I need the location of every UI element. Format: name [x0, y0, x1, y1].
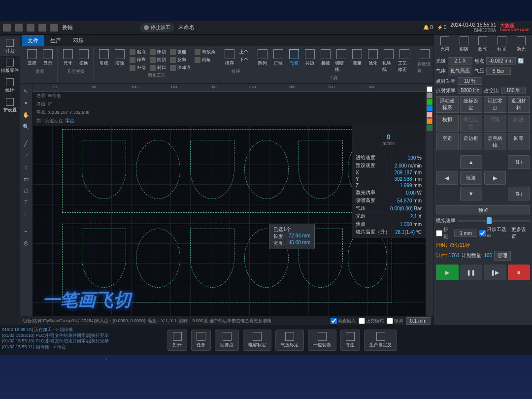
display-button[interactable]: 显示: [40, 48, 55, 67]
node-tool[interactable]: ✦: [21, 98, 32, 108]
target-tool[interactable]: ◎: [21, 237, 32, 248]
optimize-button[interactable]: 优化: [366, 48, 380, 74]
remember-zero-button[interactable]: 记忆零点: [484, 96, 506, 113]
home-button[interactable]: 回零: [508, 133, 531, 150]
select-button[interactable]: 选择: [25, 48, 39, 67]
pressure-input[interactable]: 5 Bar: [486, 67, 511, 75]
line-tool[interactable]: ╱: [21, 138, 32, 149]
menu-icon[interactable]: [3, 24, 11, 32]
dock-button[interactable]: 停靠: [128, 56, 147, 64]
prev-button[interactable]: 上个: [238, 48, 250, 56]
circle-tool[interactable]: ○: [21, 162, 32, 172]
release-button[interactable]: 释放角: [193, 48, 217, 56]
seal-button[interactable]: 封口: [148, 64, 167, 71]
preview-button[interactable]: 预览: [436, 205, 530, 215]
layer-white[interactable]: [427, 86, 432, 92]
transform-button[interactable]: 变换: [76, 48, 91, 67]
coolpoint-button[interactable]: 冷却点: [168, 64, 192, 71]
redo-icon[interactable]: [38, 24, 46, 32]
rail-protect[interactable]: 护设置: [0, 96, 20, 115]
canvas[interactable]: 已选1个 长度:72.84 mm 宽度:45.00 mm 0 m/min 进给速…: [33, 125, 426, 316]
size-button[interactable]: 尺寸: [61, 48, 75, 67]
text-tool[interactable]: T: [21, 197, 32, 208]
dynamic-input-toggle[interactable]: 动态输入: [331, 318, 356, 324]
warn-icon[interactable]: [50, 24, 58, 32]
frame-button[interactable]: 走边框: [460, 133, 483, 150]
bridge-button[interactable]: 桥接: [318, 48, 333, 74]
return-material-button[interactable]: 返回材料: [508, 96, 531, 113]
redlight-button[interactable]: 红光: [493, 36, 511, 53]
blow-button[interactable]: 吹气: [474, 36, 492, 53]
more-settings[interactable]: 更多设置: [511, 226, 530, 240]
clear-button[interactable]: 清除: [112, 48, 127, 71]
incut-button[interactable]: 阴切: [148, 56, 167, 64]
array-button[interactable]: 阵列: [255, 48, 270, 74]
layer-green[interactable]: [427, 99, 432, 105]
focus-input[interactable]: -0.002 mm: [486, 57, 516, 65]
step-value[interactable]: 0.1 mm: [406, 317, 431, 325]
shutter-button[interactable]: 光闸: [436, 36, 454, 53]
step-toggle[interactable]: 步进: [436, 226, 452, 240]
startpoint-button[interactable]: 起点: [128, 48, 147, 56]
tab-file[interactable]: 文件: [22, 35, 44, 46]
rect-tool[interactable]: ▭: [21, 173, 32, 184]
sort-button[interactable]: 排序: [222, 48, 237, 67]
breakpoint-button[interactable]: 断点定位: [460, 115, 483, 132]
pause-button[interactable]: ❚❚: [460, 265, 483, 280]
save-icon[interactable]: [15, 24, 23, 32]
jog-up[interactable]: ▲: [460, 155, 482, 169]
footer-一键切断[interactable]: 一键切断: [308, 330, 336, 351]
envelope-walk-button[interactable]: 走包络线: [484, 133, 506, 150]
forward-button[interactable]: 前进: [508, 115, 531, 132]
tab-dengle[interactable]: 邓乐: [67, 35, 90, 46]
flycut-button[interactable]: 飞切: [287, 48, 301, 74]
jog-down[interactable]: ▼: [460, 187, 482, 200]
layer-gray[interactable]: [427, 93, 432, 99]
duty-input[interactable]: 100 %: [501, 87, 526, 94]
tab-production[interactable]: 生产: [44, 35, 67, 46]
manage-button[interactable]: 管理: [494, 251, 511, 261]
pointer-tool[interactable]: ↖: [21, 86, 32, 97]
layer-dkgreen[interactable]: [427, 125, 432, 131]
cross-tool[interactable]: +: [21, 226, 32, 236]
layer-orange[interactable]: [427, 118, 432, 124]
layer-pink[interactable]: [427, 112, 432, 118]
cutline-button[interactable]: 切断线: [334, 48, 349, 74]
dryrun-button[interactable]: 空走: [436, 133, 459, 150]
footer-任务[interactable]: 任务: [191, 330, 211, 351]
jog-right[interactable]: ▶: [484, 171, 506, 185]
next-button[interactable]: 下个: [238, 56, 250, 64]
follow-button[interactable]: 跟随: [455, 36, 473, 53]
simulate-button[interactable]: 模拟: [436, 115, 459, 132]
rail-stats[interactable]: 统计: [0, 76, 20, 96]
sim-rate-slider[interactable]: [458, 220, 530, 222]
float-coord-button[interactable]: 浮动坐标系: [436, 96, 459, 113]
only-selected-toggle[interactable]: 只加工选中: [479, 226, 509, 240]
measure-button[interactable]: 测量: [350, 48, 365, 74]
gas-select[interactable]: 氮气高压: [448, 66, 472, 75]
point-power-input[interactable]: 10 %: [458, 77, 482, 85]
reverse-button[interactable]: 反向: [168, 56, 192, 64]
spot-input[interactable]: 2.1 X: [448, 57, 472, 65]
envelope-button[interactable]: 包络线: [381, 48, 396, 74]
coedge-button[interactable]: 共边: [302, 48, 317, 74]
swap-label[interactable]: 换幅: [62, 24, 73, 31]
point-freq-input[interactable]: 5000 Hz: [458, 87, 482, 94]
footer-回原点[interactable]: 回原点: [215, 330, 239, 351]
zoom-tool[interactable]: 🔍: [21, 121, 32, 132]
pan-tool[interactable]: ✋: [21, 109, 32, 120]
laser-button[interactable]: 激光: [512, 36, 530, 53]
stop-processing-button[interactable]: 停止加工: [140, 23, 174, 32]
coord-set-button[interactable]: 坐标设定: [460, 96, 483, 113]
outcut-button[interactable]: 阳切: [148, 48, 167, 56]
play-button[interactable]: ▶: [436, 265, 459, 280]
compensate-button[interactable]: 补偿: [128, 64, 147, 71]
stop-button[interactable]: ■: [508, 265, 531, 280]
z-down[interactable]: ⇅↓: [508, 187, 530, 200]
speed-select[interactable]: 低速: [460, 171, 482, 185]
craftfix-button[interactable]: 工艺修正: [397, 48, 412, 74]
jog-left[interactable]: ◀: [436, 171, 458, 185]
rail-nest[interactable]: 排版零件: [0, 56, 20, 76]
polygon-tool[interactable]: ⬠: [21, 185, 32, 196]
undo-icon[interactable]: [27, 24, 34, 32]
